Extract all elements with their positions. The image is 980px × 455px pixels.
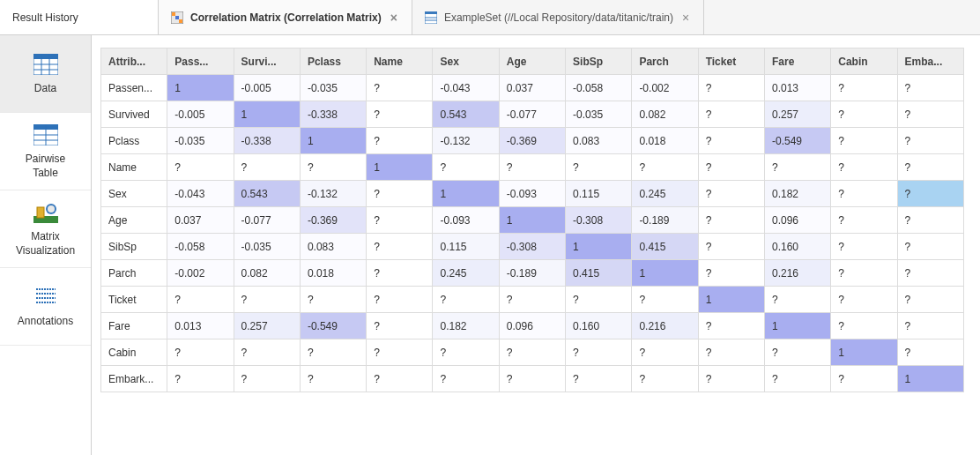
column-header[interactable]: Attrib...: [101, 48, 167, 75]
correlation-cell[interactable]: -0.549: [764, 128, 830, 154]
correlation-cell[interactable]: ?: [831, 313, 897, 339]
correlation-cell[interactable]: -0.093: [433, 207, 499, 234]
column-header[interactable]: Pass...: [167, 48, 234, 75]
correlation-cell[interactable]: 1: [698, 287, 764, 313]
correlation-cell[interactable]: ?: [367, 366, 433, 392]
correlation-cell[interactable]: ?: [698, 260, 764, 287]
correlation-cell[interactable]: ?: [897, 339, 963, 366]
row-header[interactable]: Pclass: [101, 128, 167, 154]
correlation-cell[interactable]: -0.549: [300, 313, 366, 339]
correlation-cell[interactable]: 0.245: [433, 260, 499, 287]
correlation-cell[interactable]: ?: [433, 366, 499, 392]
correlation-cell[interactable]: ?: [831, 260, 897, 287]
correlation-cell[interactable]: -0.077: [234, 207, 300, 234]
correlation-cell[interactable]: 0.245: [632, 181, 698, 207]
correlation-cell[interactable]: ?: [433, 339, 499, 366]
correlation-cell[interactable]: ?: [831, 366, 897, 392]
correlation-cell[interactable]: -0.035: [566, 101, 632, 128]
correlation-cell[interactable]: 0.037: [499, 75, 565, 101]
correlation-cell[interactable]: ?: [167, 339, 234, 366]
correlation-cell[interactable]: ?: [367, 234, 433, 260]
row-header[interactable]: Sex: [101, 181, 167, 207]
column-header[interactable]: Emba...: [897, 48, 963, 75]
correlation-cell[interactable]: ?: [698, 181, 764, 207]
correlation-cell[interactable]: ?: [764, 154, 830, 181]
correlation-cell[interactable]: ?: [234, 154, 300, 181]
correlation-cell[interactable]: -0.308: [566, 207, 632, 234]
row-header[interactable]: SibSp: [101, 234, 167, 260]
column-header[interactable]: Parch: [632, 48, 698, 75]
correlation-cell[interactable]: 0.083: [566, 128, 632, 154]
correlation-cell[interactable]: 0.543: [433, 101, 499, 128]
column-header[interactable]: SibSp: [566, 48, 632, 75]
correlation-cell[interactable]: ?: [831, 181, 897, 207]
correlation-cell[interactable]: 1: [234, 101, 300, 128]
column-header[interactable]: Fare: [764, 48, 830, 75]
correlation-cell[interactable]: ?: [831, 101, 897, 128]
correlation-cell[interactable]: 0.018: [632, 128, 698, 154]
correlation-cell[interactable]: ?: [433, 154, 499, 181]
correlation-cell[interactable]: -0.005: [167, 101, 234, 128]
correlation-cell[interactable]: -0.189: [499, 260, 565, 287]
correlation-cell[interactable]: 0.096: [764, 207, 830, 234]
correlation-cell[interactable]: ?: [367, 181, 433, 207]
correlation-cell[interactable]: ?: [831, 234, 897, 260]
row-header[interactable]: Parch: [101, 260, 167, 287]
correlation-cell[interactable]: 1: [831, 339, 897, 366]
correlation-cell[interactable]: -0.338: [234, 128, 300, 154]
correlation-cell[interactable]: 0.257: [234, 313, 300, 339]
correlation-cell[interactable]: 0.037: [167, 207, 234, 234]
correlation-cell[interactable]: -0.043: [167, 181, 234, 207]
correlation-cell[interactable]: ?: [698, 128, 764, 154]
sidebar-item-annotations[interactable]: Annotations: [0, 268, 91, 346]
correlation-cell[interactable]: 0.115: [433, 234, 499, 260]
correlation-cell[interactable]: ?: [234, 339, 300, 366]
correlation-cell[interactable]: ?: [764, 287, 830, 313]
correlation-cell[interactable]: -0.077: [499, 101, 565, 128]
tab-correlation-matrix[interactable]: Correlation Matrix (Correlation Matrix) …: [159, 0, 412, 34]
correlation-cell[interactable]: ?: [831, 75, 897, 101]
correlation-cell[interactable]: ?: [698, 339, 764, 366]
correlation-cell[interactable]: ?: [499, 366, 565, 392]
correlation-cell[interactable]: ?: [698, 366, 764, 392]
correlation-cell[interactable]: ?: [367, 128, 433, 154]
correlation-cell[interactable]: ?: [499, 154, 565, 181]
correlation-cell[interactable]: ?: [897, 313, 963, 339]
correlation-cell[interactable]: 0.182: [764, 181, 830, 207]
row-header[interactable]: Cabin: [101, 339, 167, 366]
correlation-cell[interactable]: -0.369: [300, 207, 366, 234]
correlation-cell[interactable]: 1: [367, 154, 433, 181]
correlation-cell[interactable]: 0.543: [234, 181, 300, 207]
correlation-cell[interactable]: 0.182: [433, 313, 499, 339]
column-header[interactable]: Sex: [433, 48, 499, 75]
correlation-cell[interactable]: ?: [566, 366, 632, 392]
correlation-cell[interactable]: 1: [764, 313, 830, 339]
correlation-cell[interactable]: ?: [897, 181, 963, 207]
correlation-cell[interactable]: ?: [897, 260, 963, 287]
correlation-cell[interactable]: 1: [566, 234, 632, 260]
correlation-cell[interactable]: ?: [698, 313, 764, 339]
correlation-cell[interactable]: -0.338: [300, 101, 366, 128]
correlation-cell[interactable]: ?: [831, 154, 897, 181]
correlation-cell[interactable]: ?: [367, 287, 433, 313]
correlation-cell[interactable]: ?: [897, 207, 963, 234]
correlation-cell[interactable]: 0.115: [566, 181, 632, 207]
correlation-cell[interactable]: ?: [300, 154, 366, 181]
correlation-cell[interactable]: 0.082: [632, 101, 698, 128]
correlation-cell[interactable]: ?: [897, 75, 963, 101]
correlation-cell[interactable]: ?: [897, 101, 963, 128]
correlation-cell[interactable]: 0.216: [632, 313, 698, 339]
correlation-cell[interactable]: ?: [897, 234, 963, 260]
row-header[interactable]: Fare: [101, 313, 167, 339]
correlation-cell[interactable]: ?: [167, 154, 234, 181]
column-header[interactable]: Cabin: [831, 48, 897, 75]
correlation-cell[interactable]: ?: [566, 287, 632, 313]
correlation-cell[interactable]: ?: [632, 287, 698, 313]
correlation-cell[interactable]: ?: [300, 339, 366, 366]
correlation-cell[interactable]: -0.132: [433, 128, 499, 154]
correlation-cell[interactable]: ?: [433, 287, 499, 313]
correlation-cell[interactable]: ?: [698, 234, 764, 260]
correlation-cell[interactable]: 0.013: [764, 75, 830, 101]
correlation-cell[interactable]: 1: [433, 181, 499, 207]
row-header[interactable]: Survived: [101, 101, 167, 128]
